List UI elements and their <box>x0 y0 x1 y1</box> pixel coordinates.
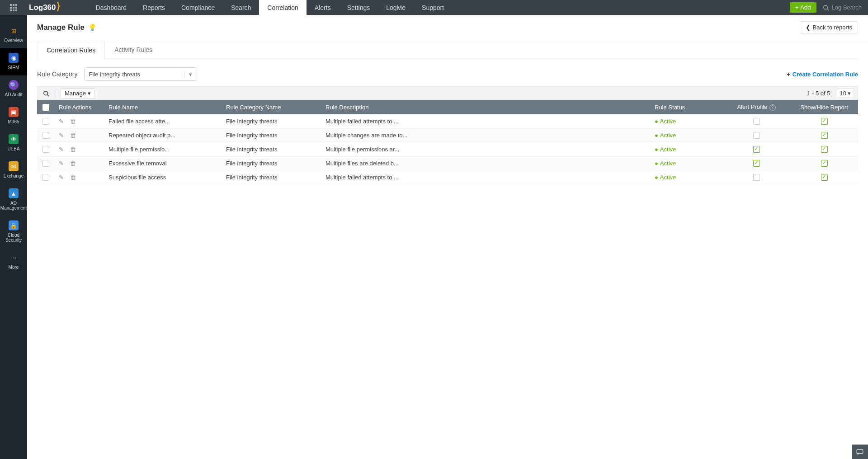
sidebar-item-m365[interactable]: ▣M365 <box>0 103 27 130</box>
rules-table: Rule Actions Rule Name Rule Category Nam… <box>37 100 858 184</box>
col-rule-description: Rule Description <box>321 100 650 114</box>
sidebar-item-exchange[interactable]: ✉Exchange <box>0 157 27 184</box>
delete-icon[interactable]: 🗑 <box>70 174 76 181</box>
tab-correlation-rules[interactable]: Correlation Rules <box>37 41 105 59</box>
topnav-item-compliance[interactable]: Compliance <box>173 0 223 15</box>
edit-icon[interactable]: ✎ <box>59 146 64 153</box>
page-size-select[interactable]: 10 ▾ <box>837 89 854 98</box>
search-icon <box>823 5 829 11</box>
m365-icon: ▣ <box>9 107 19 117</box>
cell-rule-description: Multiple file permissions ar... <box>321 142 650 156</box>
topnav-item-support[interactable]: Support <box>414 0 452 15</box>
apps-launcher-icon[interactable] <box>0 4 27 11</box>
manage-button[interactable]: Manage ▾ <box>61 88 95 98</box>
topnav-item-search[interactable]: Search <box>223 0 259 15</box>
alert-profile-checkbox[interactable] <box>753 174 760 181</box>
delete-icon[interactable]: 🗑 <box>70 146 76 153</box>
sidebar-item-label: AD Management <box>0 201 27 211</box>
chat-fab[interactable] <box>852 445 868 459</box>
overview-icon: ⊞ <box>9 26 19 36</box>
col-rule-category: Rule Category Name <box>222 100 321 114</box>
chevron-down-icon: ▾ <box>184 71 197 78</box>
topnav-item-settings[interactable]: Settings <box>339 0 378 15</box>
create-correlation-rule-link[interactable]: + Create Correlation Rule <box>787 71 858 78</box>
delete-icon[interactable]: 🗑 <box>70 160 76 167</box>
cell-rule-status: ●Active <box>650 170 722 184</box>
toolbar-left: Manage ▾ <box>41 88 95 98</box>
sidebar-item-more[interactable]: ⋯More <box>0 248 27 275</box>
cell-rule-status: ●Active <box>650 128 722 142</box>
svg-point-0 <box>823 5 827 9</box>
log-search-placeholder: Log Search <box>832 4 862 11</box>
rule-category-label: Rule Category <box>37 70 78 78</box>
row-actions: ✎🗑 <box>59 160 99 167</box>
main-area: Manage Rule 💡 ❮ Back to reports Correlat… <box>27 15 868 459</box>
sidebar-item-overview[interactable]: ⊞Overview <box>0 21 27 48</box>
cell-rule-description: Multiple failed attempts to ... <box>321 170 650 184</box>
tab-activity-rules[interactable]: Activity Rules <box>105 40 162 59</box>
content-area: Correlation RulesActivity Rules Rule Cat… <box>27 40 868 184</box>
delete-icon[interactable]: 🗑 <box>70 132 76 139</box>
select-all-checkbox[interactable] <box>42 104 49 111</box>
cell-rule-description: Multiple failed attempts to ... <box>321 114 650 128</box>
row-checkbox[interactable] <box>42 174 49 181</box>
row-checkbox[interactable] <box>42 160 49 167</box>
show-hide-checkbox[interactable] <box>821 160 828 167</box>
topnav-item-logme[interactable]: LogMe <box>378 0 414 15</box>
alert-profile-checkbox[interactable] <box>753 118 760 125</box>
search-in-table-icon[interactable] <box>41 89 51 98</box>
cloud-security-icon: 🔒 <box>9 220 19 230</box>
chat-icon <box>856 448 864 456</box>
add-button[interactable]: + Add <box>790 2 816 13</box>
sidebar-item-ad-audit[interactable]: 🔍AD Audit <box>0 75 27 103</box>
sidebar-item-label: More <box>9 265 19 270</box>
rule-category-value: File integrity threats <box>85 71 184 78</box>
plus-icon: + <box>795 4 799 11</box>
cell-rule-status: ●Active <box>650 156 722 170</box>
row-checkbox[interactable] <box>42 132 49 139</box>
rule-category-select[interactable]: File integrity threats ▾ <box>84 67 197 81</box>
create-link-label: Create Correlation Rule <box>793 71 858 78</box>
show-hide-checkbox[interactable] <box>821 146 828 153</box>
sidebar-item-siem[interactable]: ◉SIEM <box>0 48 27 75</box>
cell-rule-description: Multiple changes are made to... <box>321 128 650 142</box>
cell-rule-category: File integrity threats <box>222 170 321 184</box>
show-hide-checkbox[interactable] <box>821 118 828 125</box>
sidebar-item-ueba[interactable]: 👁UEBA <box>0 130 27 157</box>
topnav-item-correlation[interactable]: Correlation <box>259 0 306 15</box>
show-hide-checkbox[interactable] <box>821 132 828 139</box>
svg-point-2 <box>44 91 48 95</box>
top-bar: Log360⟩ DashboardReportsComplianceSearch… <box>0 0 868 15</box>
sidebar-item-cloud-security[interactable]: 🔒Cloud Security <box>0 216 27 248</box>
alert-profile-checkbox[interactable] <box>753 160 760 167</box>
back-to-reports-button[interactable]: ❮ Back to reports <box>800 21 858 33</box>
edit-icon[interactable]: ✎ <box>59 160 64 167</box>
svg-line-1 <box>827 9 829 10</box>
row-checkbox[interactable] <box>42 146 49 153</box>
cell-rule-name: Repeated object audit p... <box>104 128 222 142</box>
topnav-item-reports[interactable]: Reports <box>135 0 173 15</box>
sidebar-item-label: SIEM <box>8 65 19 70</box>
table-header: Rule Actions Rule Name Rule Category Nam… <box>37 100 858 114</box>
topnav-item-alerts[interactable]: Alerts <box>307 0 339 15</box>
alert-profile-checkbox[interactable] <box>753 146 760 153</box>
sidebar-item-ad-management[interactable]: ▲AD Management <box>0 184 27 216</box>
log-search-box[interactable]: Log Search <box>820 4 865 11</box>
edit-icon[interactable]: ✎ <box>59 132 64 139</box>
svg-line-3 <box>47 94 49 96</box>
cell-rule-name: Failed file access atte... <box>104 114 222 128</box>
alert-profile-checkbox[interactable] <box>753 132 760 139</box>
show-hide-checkbox[interactable] <box>821 174 828 181</box>
topnav-item-dashboard[interactable]: Dashboard <box>88 0 135 15</box>
cell-rule-category: File integrity threats <box>222 128 321 142</box>
bulb-tip-icon[interactable]: 💡 <box>88 23 97 32</box>
row-checkbox[interactable] <box>42 118 49 125</box>
edit-icon[interactable]: ✎ <box>59 118 64 125</box>
delete-icon[interactable]: 🗑 <box>70 118 76 125</box>
help-icon[interactable]: ? <box>769 104 776 111</box>
sidebar-item-label: M365 <box>8 119 19 124</box>
edit-icon[interactable]: ✎ <box>59 174 64 181</box>
sidebar-item-label: UEBA <box>7 146 19 151</box>
row-actions: ✎🗑 <box>59 118 99 125</box>
row-actions: ✎🗑 <box>59 146 99 153</box>
